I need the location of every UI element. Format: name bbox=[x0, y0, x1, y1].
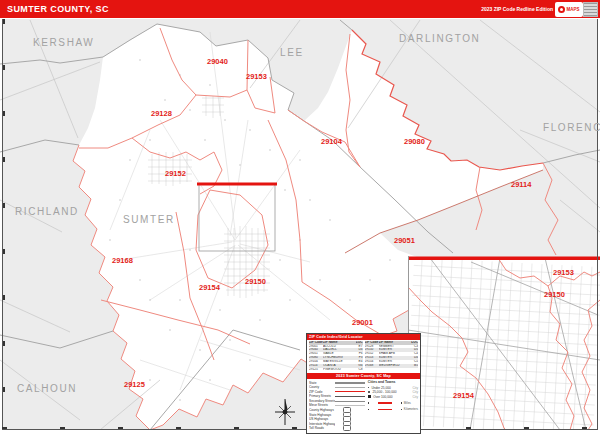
title-banner: SUMTER COUNTY, SC 2023 ZIP Code Redline … bbox=[0, 0, 600, 18]
edition-label: 2023 ZIP Code Redline Edition bbox=[481, 6, 553, 12]
inset-map-canvas bbox=[408, 256, 600, 430]
fineprint-block bbox=[583, 2, 598, 17]
legend-body: State County ZIP Code Primary Streets Se… bbox=[307, 379, 420, 432]
map-document: SUMTER COUNTY, SC 2023 ZIP Code Redline … bbox=[0, 0, 600, 436]
scale-kilometers: Kilometers bbox=[368, 407, 418, 411]
line-sample bbox=[335, 401, 365, 402]
publisher-logo-text: MAPS bbox=[566, 7, 579, 12]
line-sample bbox=[335, 391, 365, 392]
city-symbol bbox=[368, 391, 371, 394]
city-symbol bbox=[368, 395, 371, 398]
line-sample bbox=[335, 387, 365, 388]
line-sample bbox=[335, 382, 365, 384]
legend-line-item: Toll Roads bbox=[309, 426, 365, 431]
scale-miles: Miles bbox=[368, 401, 418, 405]
publisher-logo-icon bbox=[558, 6, 565, 13]
legend-cities: Cities and Towns Under 25,000 City 25,00… bbox=[368, 380, 418, 430]
zip-index-table: ZIP Code ZIP Name LOC 29001ALCOLUE7 2904… bbox=[307, 340, 420, 374]
cities-title: Cities and Towns bbox=[368, 380, 418, 384]
legend-line-samples: State County ZIP Code Primary Streets Se… bbox=[309, 380, 365, 430]
zip-index-left-column: ZIP Code ZIP Name LOC 29001ALCOLUE7 2904… bbox=[309, 341, 363, 372]
scale-bar bbox=[368, 409, 402, 411]
zip-index-row: 29168WEDGEFIELDB5 bbox=[365, 364, 419, 368]
frame-right bbox=[597, 19, 598, 429]
legend-panel: ZIP Code Index/Grid Locator ZIP Code ZIP… bbox=[306, 333, 421, 434]
city-symbol bbox=[368, 387, 370, 389]
city-class-row: Over 100,000 City bbox=[368, 394, 418, 399]
frame-bottom bbox=[2, 429, 598, 430]
line-sample bbox=[343, 425, 351, 430]
zip-index-row: 29125PINEWOODC8 bbox=[309, 368, 363, 372]
line-sample bbox=[335, 396, 365, 397]
scale-bar bbox=[368, 402, 402, 404]
zip-index-right-column: ZIP Code ZIP Name LOC 29128REMBERTC3 291… bbox=[365, 341, 419, 372]
publisher-logo: MAPS bbox=[555, 2, 583, 17]
county-title: SUMTER COUNTY, SC bbox=[7, 4, 109, 14]
line-sample bbox=[335, 405, 365, 406]
frame-left bbox=[2, 19, 3, 429]
